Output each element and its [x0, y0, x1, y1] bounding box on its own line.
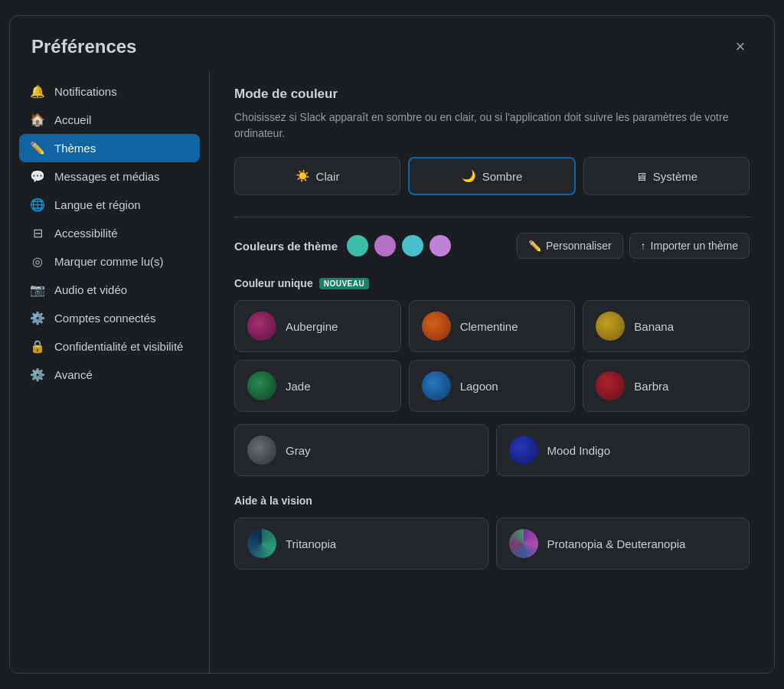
protanopia-circle — [509, 529, 538, 558]
sidebar-item-themes[interactable]: ✏️ Thèmes — [19, 134, 200, 162]
modal-body: 🔔 Notifications 🏠 Accueil ✏️ Thèmes 💬 Me… — [10, 71, 774, 673]
sidebar-label-avance: Avancé — [54, 368, 93, 381]
lagoon-label: Lagoon — [460, 380, 498, 393]
sidebar-item-accessibilite[interactable]: ⊟ Accessibilité — [19, 219, 200, 247]
sun-icon: ☀️ — [296, 169, 310, 183]
modal-title: Préférences — [31, 36, 136, 57]
personnaliser-label: Personnaliser — [546, 240, 612, 252]
theme-card-protanopia[interactable]: Protanopia & Deuteranopia — [496, 518, 750, 570]
sidebar-icon-audio: 📷 — [30, 282, 45, 297]
sidebar-item-comptes[interactable]: ⚙️ Comptes connectés — [19, 304, 200, 332]
sidebar-label-themes: Thèmes — [54, 142, 96, 155]
barbra-label: Barbra — [634, 380, 668, 393]
sidebar-icon-themes: ✏️ — [30, 141, 45, 155]
theme-colors-label: Couleurs de thème — [234, 240, 338, 253]
computer-icon: 🖥 — [635, 170, 647, 183]
couleur-unique-title: Couleur unique NOUVEAU — [234, 277, 750, 289]
color-dot-1 — [347, 235, 368, 256]
sidebar-item-marquer[interactable]: ◎ Marquer comme lu(s) — [19, 247, 200, 276]
importer-label: Importer un thème — [651, 240, 738, 252]
moon-icon: 🌙 — [462, 169, 476, 183]
sidebar-label-accueil: Accueil — [54, 113, 91, 126]
lagoon-circle — [422, 371, 451, 400]
sidebar-icon-marquer: ◎ — [30, 254, 45, 269]
sidebar-icon-confidentialite: 🔒 — [30, 339, 45, 354]
gray-circle — [247, 436, 276, 465]
theme-card-jade[interactable]: Jade — [234, 360, 401, 412]
sidebar-icon-messages: 💬 — [30, 169, 45, 184]
upload-icon: ↑ — [641, 240, 646, 252]
sidebar-label-notifications: Notifications — [54, 85, 117, 98]
theme-card-lagoon[interactable]: Lagoon — [409, 360, 576, 412]
sidebar-item-avance[interactable]: ⚙️ Avancé — [19, 361, 200, 389]
sidebar-label-audio: Audio et vidéo — [54, 283, 127, 296]
gray-label: Gray — [286, 444, 311, 457]
tritanopia-circle — [247, 529, 276, 558]
theme-card-tritanopia[interactable]: Tritanopia — [234, 518, 488, 570]
sidebar-label-langue: Langue et région — [54, 198, 141, 211]
theme-colors-row: Couleurs de thème ✏️ Personnaliser ↑ Im — [234, 233, 750, 259]
color-dots — [347, 235, 451, 256]
sidebar-icon-accueil: 🏠 — [30, 113, 45, 127]
banana-label: Banana — [634, 320, 674, 333]
jade-label: Jade — [286, 380, 311, 393]
sidebar-icon-comptes: ⚙️ — [30, 311, 45, 325]
jade-circle — [247, 371, 276, 400]
aubergine-circle — [247, 312, 276, 341]
personnaliser-button[interactable]: ✏️ Personnaliser — [517, 233, 623, 259]
sidebar-icon-langue: 🌐 — [30, 198, 45, 212]
sidebar-item-audio[interactable]: 📷 Audio et vidéo — [19, 276, 200, 304]
sidebar-label-messages: Messages et médias — [54, 170, 160, 183]
color-dot-4 — [430, 235, 451, 256]
close-button[interactable]: × — [728, 34, 753, 59]
clementine-label: Clementine — [460, 320, 518, 333]
themes-grid-3col: Aubergine Clementine Banana Jade Lagoon — [234, 300, 750, 412]
sidebar-item-accueil[interactable]: 🏠 Accueil — [19, 106, 200, 134]
main-content: Mode de couleur Choisissez si Slack appa… — [209, 71, 774, 673]
theme-card-clementine[interactable]: Clementine — [409, 300, 576, 352]
theme-card-mood-indigo[interactable]: Mood Indigo — [496, 424, 750, 476]
aide-vision-title: Aide à la vision — [234, 495, 750, 507]
systeme-button[interactable]: 🖥 Système — [583, 157, 750, 195]
theme-card-gray[interactable]: Gray — [234, 424, 488, 476]
sombre-button[interactable]: 🌙 Sombre — [408, 157, 576, 195]
themes-grid-2col: Gray Mood Indigo — [234, 424, 750, 476]
edit-icon: ✏️ — [528, 240, 541, 252]
color-mode-desc: Choisissez si Slack apparaît en sombre o… — [234, 109, 750, 142]
preferences-modal: Préférences × 🔔 Notifications 🏠 Accueil … — [9, 15, 775, 674]
barbra-circle — [596, 371, 625, 400]
protanopia-label: Protanopia & Deuteranopia — [547, 537, 686, 550]
aubergine-label: Aubergine — [286, 320, 338, 333]
theme-card-banana[interactable]: Banana — [583, 300, 750, 352]
color-mode-buttons: ☀️ Clair 🌙 Sombre 🖥 Système — [234, 157, 750, 195]
nouveau-badge: NOUVEAU — [319, 278, 370, 289]
sidebar-label-confidentialite: Confidentialité et visibilité — [54, 340, 183, 353]
color-dot-2 — [374, 235, 396, 256]
clair-button[interactable]: ☀️ Clair — [234, 157, 400, 195]
clementine-circle — [422, 312, 451, 341]
theme-card-barbra[interactable]: Barbra — [583, 360, 750, 412]
banana-circle — [596, 312, 625, 341]
theme-card-aubergine[interactable]: Aubergine — [234, 300, 401, 352]
sidebar-item-langue[interactable]: 🌐 Langue et région — [19, 191, 200, 219]
sidebar-icon-accessibilite: ⊟ — [30, 226, 45, 240]
sidebar-label-marquer: Marquer comme lu(s) — [54, 255, 164, 268]
sidebar-label-accessibilite: Accessibilité — [54, 227, 118, 240]
sidebar-item-notifications[interactable]: 🔔 Notifications — [19, 77, 200, 106]
importer-theme-button[interactable]: ↑ Importer un thème — [629, 233, 750, 259]
systeme-label: Système — [653, 170, 697, 183]
mood-indigo-label: Mood Indigo — [547, 444, 611, 457]
color-mode-title: Mode de couleur — [234, 87, 750, 102]
sidebar-item-messages[interactable]: 💬 Messages et médias — [19, 162, 200, 191]
sidebar: 🔔 Notifications 🏠 Accueil ✏️ Thèmes 💬 Me… — [10, 71, 209, 673]
sombre-label: Sombre — [482, 170, 523, 183]
sidebar-label-comptes: Comptes connectés — [54, 312, 156, 325]
tritanopia-label: Tritanopia — [286, 537, 336, 550]
theme-action-buttons: ✏️ Personnaliser ↑ Importer un thème — [517, 233, 750, 259]
clair-label: Clair — [316, 170, 340, 183]
sidebar-icon-avance: ⚙️ — [30, 367, 45, 382]
sidebar-item-confidentialite[interactable]: 🔒 Confidentialité et visibilité — [19, 332, 200, 361]
mood-indigo-circle — [509, 436, 538, 465]
sidebar-icon-notifications: 🔔 — [30, 84, 45, 99]
vision-grid: Tritanopia Protanopia & Deuteranopia — [234, 518, 750, 570]
